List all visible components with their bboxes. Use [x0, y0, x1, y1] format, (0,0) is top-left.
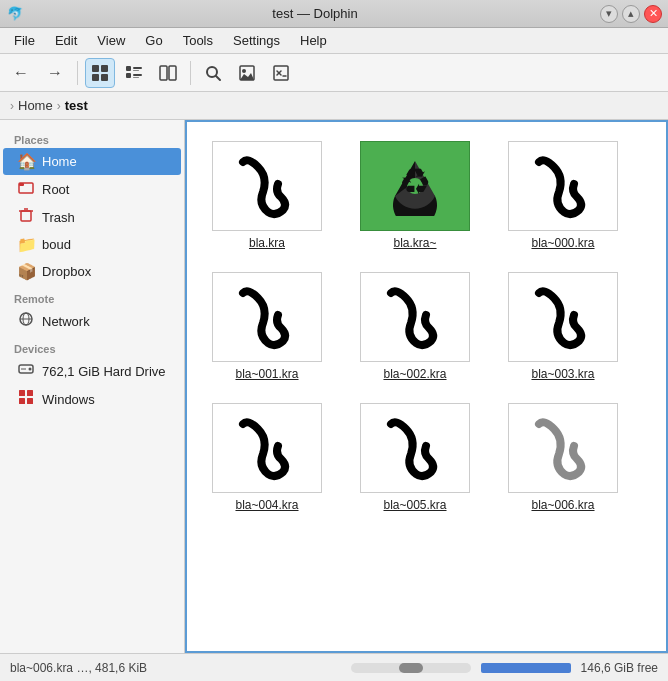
menubar-item-tools[interactable]: Tools	[173, 30, 223, 51]
menubar-item-view[interactable]: View	[87, 30, 135, 51]
svg-line-13	[216, 76, 220, 80]
devices-section-label: Devices	[0, 335, 184, 357]
icon-view-button[interactable]	[85, 58, 115, 88]
trash-icon	[17, 207, 35, 227]
sidebar: Places 🏠 Home Root Trash 📁 boud 📦 Dropbo…	[0, 120, 185, 653]
maximize-button[interactable]: ▴	[622, 5, 640, 23]
svg-rect-34	[19, 398, 25, 404]
file-label: bla~004.kra	[235, 498, 298, 512]
svg-rect-9	[133, 77, 139, 78]
svg-rect-23	[21, 211, 31, 221]
sidebar-item-windows-label: Windows	[42, 392, 95, 407]
sidebar-item-harddrive-label: 762,1 GiB Hard Drive	[42, 364, 166, 379]
svg-rect-35	[27, 398, 33, 404]
file-label: bla~006.kra	[531, 498, 594, 512]
file-thumbnail	[212, 141, 322, 231]
toolbar-separator-2	[190, 61, 191, 85]
search-button[interactable]	[198, 58, 228, 88]
terminal-icon	[272, 64, 290, 82]
toolbar: ← →	[0, 54, 668, 92]
titlebar-controls: ▾ ▴ ✕	[600, 5, 662, 23]
windows-icon	[17, 389, 35, 409]
file-thumbnail	[212, 403, 322, 493]
file-item[interactable]: bla~004.kra	[197, 394, 337, 517]
file-item[interactable]: bla~003.kra	[493, 263, 633, 386]
svg-rect-17	[274, 66, 288, 80]
svg-rect-1	[101, 65, 108, 72]
breadcrumb-arrow-left: ›	[10, 99, 14, 113]
titlebar-title: test — Dolphin	[30, 6, 600, 21]
file-item[interactable]: bla~000.kra	[493, 132, 633, 255]
toolbar-separator-1	[77, 61, 78, 85]
statusbar: bla~006.kra …, 481,6 KiB 146,6 GiB free	[0, 653, 668, 681]
file-label: bla~005.kra	[383, 498, 446, 512]
file-item[interactable]: bla.kra	[197, 132, 337, 255]
svg-marker-16	[240, 73, 254, 80]
file-label: bla.kra~	[393, 236, 436, 250]
forward-button[interactable]: →	[40, 58, 70, 88]
file-label: bla~002.kra	[383, 367, 446, 381]
titlebar: 🐬 test — Dolphin ▾ ▴ ✕	[0, 0, 668, 28]
file-item[interactable]: bla~006.kra	[493, 394, 633, 517]
file-item[interactable]: bla~005.kra	[345, 394, 485, 517]
split-view-icon	[159, 64, 177, 82]
titlebar-app-icon: 🐬	[6, 5, 24, 23]
sidebar-item-trash[interactable]: Trash	[3, 203, 181, 231]
scrollbar-indicator[interactable]	[351, 663, 471, 673]
file-item[interactable]: bla~001.kra	[197, 263, 337, 386]
svg-rect-5	[133, 67, 142, 69]
menubar-item-settings[interactable]: Settings	[223, 30, 290, 51]
svg-point-30	[29, 368, 32, 371]
svg-rect-6	[133, 70, 139, 71]
sidebar-item-network[interactable]: Network	[3, 307, 181, 335]
split-view-button[interactable]	[153, 58, 183, 88]
svg-rect-32	[19, 390, 25, 396]
file-grid: bla.kra ♻ bla.kra~ bla~000.kra bla~001.k…	[185, 120, 668, 653]
back-button[interactable]: ←	[6, 58, 36, 88]
svg-rect-10	[160, 66, 167, 80]
detail-view-button[interactable]	[119, 58, 149, 88]
dropbox-icon: 📦	[17, 262, 35, 281]
file-thumbnail	[508, 403, 618, 493]
minimize-button[interactable]: ▾	[600, 5, 618, 23]
sidebar-item-home[interactable]: 🏠 Home	[3, 148, 181, 175]
sidebar-item-harddrive[interactable]: 762,1 GiB Hard Drive	[3, 357, 181, 385]
sidebar-item-root[interactable]: Root	[3, 175, 181, 203]
menubar-item-help[interactable]: Help	[290, 30, 337, 51]
sidebar-item-dropbox[interactable]: 📦 Dropbox	[3, 258, 181, 285]
detail-view-icon	[125, 64, 143, 82]
file-thumbnail: ♻	[360, 141, 470, 231]
sidebar-item-trash-label: Trash	[42, 210, 75, 225]
menubar-item-file[interactable]: File	[4, 30, 45, 51]
freespace-bar	[481, 663, 571, 673]
svg-rect-11	[169, 66, 176, 80]
sidebar-item-windows[interactable]: Windows	[3, 385, 181, 413]
file-thumbnail	[508, 141, 618, 231]
file-label: bla~000.kra	[531, 236, 594, 250]
icon-view-icon	[91, 64, 109, 82]
root-icon	[17, 179, 35, 199]
preview-button[interactable]	[232, 58, 262, 88]
terminal-button[interactable]	[266, 58, 296, 88]
home-icon: 🏠	[17, 152, 35, 171]
sidebar-item-root-label: Root	[42, 182, 69, 197]
svg-rect-3	[101, 74, 108, 81]
network-icon	[17, 311, 35, 331]
places-section-label: Places	[0, 126, 184, 148]
breadcrumb-current[interactable]: test	[65, 98, 88, 113]
remote-section-label: Remote	[0, 285, 184, 307]
menubar-item-edit[interactable]: Edit	[45, 30, 87, 51]
sidebar-item-network-label: Network	[42, 314, 90, 329]
breadcrumb: › Home › test	[0, 92, 668, 120]
sidebar-item-dropbox-label: Dropbox	[42, 264, 91, 279]
file-thumbnail	[360, 403, 470, 493]
menubar: FileEditViewGoToolsSettingsHelp	[0, 28, 668, 54]
file-item[interactable]: ♻ bla.kra~	[345, 132, 485, 255]
menubar-item-go[interactable]: Go	[135, 30, 172, 51]
sidebar-item-boud-label: boud	[42, 237, 71, 252]
file-item[interactable]: bla~002.kra	[345, 263, 485, 386]
breadcrumb-home[interactable]: Home	[18, 98, 53, 113]
close-button[interactable]: ✕	[644, 5, 662, 23]
sidebar-item-boud[interactable]: 📁 boud	[3, 231, 181, 258]
main-layout: Places 🏠 Home Root Trash 📁 boud 📦 Dropbo…	[0, 120, 668, 653]
